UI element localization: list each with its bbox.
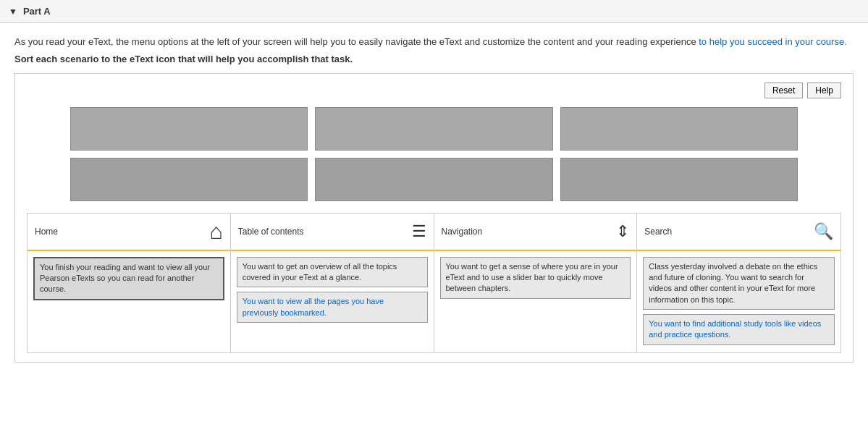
toc-body: You want to get an overview of all the t… — [231, 251, 434, 352]
instruction-suffix: to help you succeed in your course. — [699, 36, 847, 47]
activity-box: Reset Help Home ⌂ You finish your readin… — [14, 73, 854, 363]
action-buttons: Reset Help — [27, 83, 841, 98]
drop-zone[interactable] — [560, 158, 798, 201]
drop-zone[interactable] — [315, 107, 552, 151]
part-label: Part A — [23, 6, 51, 17]
toc-icon: ☰ — [412, 222, 426, 241]
scenario-card[interactable]: You want to view all the pages you have … — [237, 292, 428, 323]
search-column: Search 🔍 Class yesterday involved a deba… — [637, 214, 840, 352]
top-bar: ▼ Part A — [0, 0, 868, 23]
main-content: As you read your eText, the menu options… — [0, 23, 868, 374]
scenario-card[interactable]: You finish your reading and want to view… — [33, 257, 224, 300]
nav-body: You want to get a sense of where you are… — [434, 251, 637, 352]
instruction-prefix: As you read your eText, the menu options… — [14, 36, 696, 47]
nav-label: Navigation — [442, 227, 483, 237]
scenario-card[interactable]: You want to find additional study tools … — [643, 314, 835, 345]
search-icon: 🔍 — [814, 222, 833, 241]
drop-zone[interactable] — [70, 107, 308, 151]
nav-icon: ⇕ — [616, 222, 629, 241]
instruction-line1: As you read your eText, the menu options… — [14, 35, 854, 49]
home-label: Home — [35, 227, 58, 237]
search-header: Search 🔍 — [637, 214, 840, 251]
toc-label: Table of contents — [238, 227, 304, 237]
scenario-card[interactable]: Class yesterday involved a debate on the… — [643, 257, 835, 310]
toc-header: Table of contents ☰ — [231, 214, 434, 251]
search-body: Class yesterday involved a debate on the… — [637, 251, 840, 352]
search-label: Search — [644, 227, 672, 237]
navigation-column: Navigation ⇕ You want to get a sense of … — [434, 214, 638, 352]
drop-zone[interactable] — [70, 158, 308, 201]
home-column: Home ⌂ You finish your reading and want … — [28, 214, 231, 352]
drop-zones-area — [70, 107, 798, 201]
home-header: Home ⌂ — [28, 214, 230, 251]
help-button[interactable]: Help — [807, 83, 841, 98]
icon-columns: Home ⌂ You finish your reading and want … — [27, 213, 841, 353]
toc-column: Table of contents ☰ You want to get an o… — [231, 214, 434, 352]
collapse-arrow[interactable]: ▼ — [9, 7, 17, 17]
nav-header: Navigation ⇕ — [434, 214, 637, 251]
home-icon: ⌂ — [210, 219, 223, 244]
reset-button[interactable]: Reset — [764, 83, 803, 98]
drop-zone[interactable] — [315, 158, 552, 201]
home-body: You finish your reading and want to view… — [28, 251, 230, 352]
drop-zone[interactable] — [560, 107, 798, 151]
scenario-card[interactable]: You want to get a sense of where you are… — [440, 257, 631, 299]
instruction-line2: Sort each scenario to the eText icon tha… — [14, 54, 854, 64]
scenario-card[interactable]: You want to get an overview of all the t… — [237, 257, 428, 288]
